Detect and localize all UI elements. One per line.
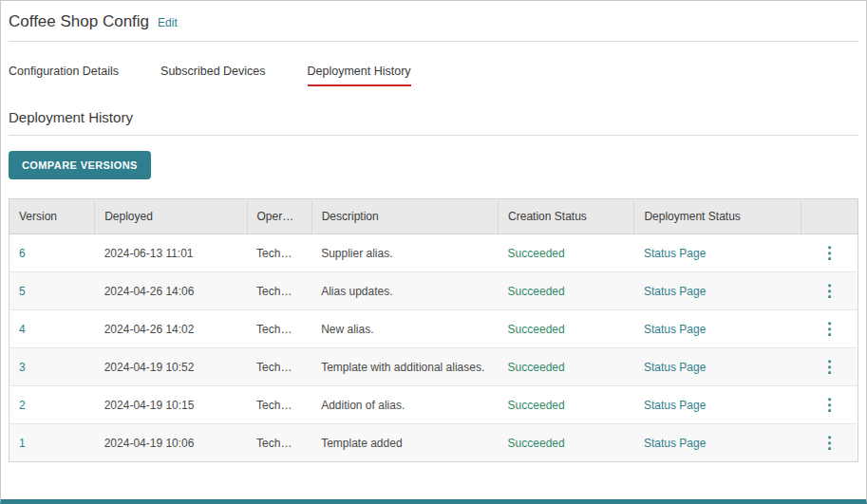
page-title: Coffee Shop Config [9,12,149,31]
version-link[interactable]: 4 [19,323,26,336]
column-header-version: Version [9,199,95,234]
deployed-cell: 2024-04-19 10:06 [95,424,247,462]
description-cell: Template added [311,424,498,462]
operator-cell: Tech… [247,234,311,272]
version-link[interactable]: 2 [19,399,26,412]
kebab-menu-icon[interactable]: ⋮ [821,397,838,413]
section-divider [9,135,858,136]
tab-deployment-history[interactable]: Deployment History [308,65,411,86]
edit-link[interactable]: Edit [158,16,178,29]
kebab-menu-icon[interactable]: ⋮ [821,283,838,299]
table-row: 4 2024-04-26 14:02 Tech… New alias. Succ… [9,310,858,348]
operator-cell: Tech… [247,272,311,310]
version-link[interactable]: 1 [19,437,26,450]
header-divider [9,41,858,42]
description-cell: Template with additional aliases. [311,348,498,386]
table-header-row: Version Deployed Oper… Description Creat… [9,199,858,234]
operator-cell: Tech… [247,386,311,424]
deployed-cell: 2024-04-19 10:15 [95,386,247,424]
deployment-history-table: Version Deployed Oper… Description Creat… [9,198,858,462]
status-page-link[interactable]: Status Page [644,323,706,336]
version-link[interactable]: 5 [19,285,26,298]
kebab-menu-icon[interactable]: ⋮ [821,435,838,451]
operator-cell: Tech… [247,348,311,386]
operator-cell: Tech… [247,310,311,348]
creation-status-badge: Succeeded [508,437,565,450]
deployed-cell: 2024-04-19 10:52 [95,348,247,386]
status-page-link[interactable]: Status Page [644,437,706,450]
status-page-link[interactable]: Status Page [644,399,706,412]
creation-status-badge: Succeeded [508,399,565,412]
column-header-actions [801,199,858,234]
deployed-cell: 2024-04-26 14:02 [95,310,247,348]
status-page-link[interactable]: Status Page [644,361,706,374]
column-header-deployed: Deployed [95,199,247,234]
creation-status-badge: Succeeded [508,247,565,260]
version-link[interactable]: 6 [19,247,26,260]
table-row: 5 2024-04-26 14:06 Tech… Alias updates. … [9,272,858,310]
compare-versions-button[interactable]: COMPARE VERSIONS [9,151,151,179]
tab-bar: Configuration Details Subscribed Devices… [9,65,858,86]
creation-status-badge: Succeeded [508,361,565,374]
kebab-menu-icon[interactable]: ⋮ [821,359,838,375]
status-page-link[interactable]: Status Page [644,285,706,298]
kebab-menu-icon[interactable]: ⋮ [821,321,838,337]
config-detail-page: Coffee Shop Config Edit Configuration De… [0,0,867,504]
deployed-cell: 2024-04-26 14:06 [95,272,247,310]
tab-configuration-details[interactable]: Configuration Details [9,65,119,86]
column-header-creation-status: Creation Status [499,199,634,234]
creation-status-badge: Succeeded [508,285,565,298]
tab-subscribed-devices[interactable]: Subscribed Devices [160,65,265,86]
table-row: 6 2024-06-13 11:01 Tech… Supplier alias.… [9,234,858,272]
description-cell: Supplier alias. [311,234,498,272]
page-header: Coffee Shop Config Edit [9,12,858,31]
column-header-description: Description [311,199,498,234]
status-page-link[interactable]: Status Page [644,247,706,260]
creation-status-badge: Succeeded [508,323,565,336]
section-title: Deployment History [9,109,858,125]
kebab-menu-icon[interactable]: ⋮ [821,245,838,261]
table-row: 1 2024-04-19 10:06 Tech… Template added … [9,424,858,462]
deployed-cell: 2024-06-13 11:01 [95,234,247,272]
table-row: 3 2024-04-19 10:52 Tech… Template with a… [9,348,858,386]
table-row: 2 2024-04-19 10:15 Tech… Addition of ali… [9,386,858,424]
version-link[interactable]: 3 [19,361,26,374]
column-header-deployment-status: Deployment Status [634,199,801,234]
description-cell: New alias. [311,310,498,348]
operator-cell: Tech… [247,424,311,462]
description-cell: Alias updates. [311,272,498,310]
description-cell: Addition of alias. [311,386,498,424]
column-header-operator: Oper… [247,199,311,234]
